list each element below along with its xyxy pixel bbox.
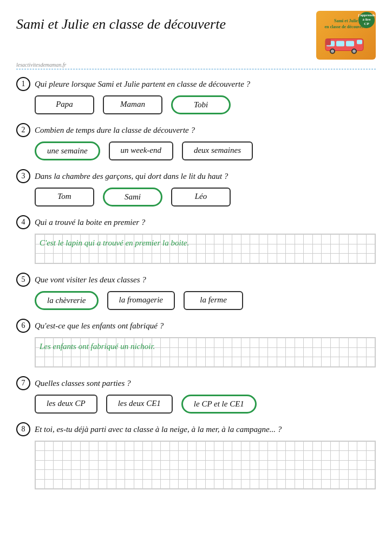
grid-cell [107,347,116,357]
option-la-chèvrerie[interactable]: la chèvrerie [35,291,99,310]
grid-cell [277,470,286,479]
grid-cell [44,235,54,244]
option-sami[interactable]: Sami [103,188,162,206]
options-row-5: la chèvreriela fromageriela ferme [35,291,376,310]
option-la-fromagerie[interactable]: la fromagerie [107,291,175,310]
grid-cell [80,470,89,479]
grid-cell [295,347,304,357]
grid-cell [179,244,188,254]
grid-cell [62,338,71,348]
grid-cell [277,235,286,244]
grid-cell [339,479,349,488]
grid-cell [134,460,143,469]
grid-cell [116,235,125,244]
option-la-ferme[interactable]: la ferme [184,291,243,310]
grid-cell [366,347,375,357]
grid-cell [250,347,259,357]
option-tom[interactable]: Tom [35,188,94,206]
grid-cell [161,254,170,263]
grid-cell [357,442,367,451]
grid-cell [161,470,170,479]
grid-cell [98,460,107,469]
grid-cell [80,479,89,488]
grid-cell [197,244,206,254]
grid-cell [169,357,179,367]
grid-cell [179,347,188,357]
option-les-deux-ce1[interactable]: les deux CE1 [106,395,173,414]
grid-cell [98,338,107,348]
grid-cell [80,244,89,254]
grid-cell [80,357,89,367]
option-le-cp-et-le-ce1[interactable]: le CP et le CE1 [181,395,257,414]
grid-cell [44,460,54,469]
grid-cell [187,347,197,357]
grid-cell [259,470,268,479]
grid-cell [134,479,143,488]
grid-cell [348,460,357,469]
grid-cell [348,357,357,367]
grid-cell [348,442,357,451]
grid-cell [71,470,81,479]
grid-cell [161,460,170,469]
question-number-2: 2 [16,123,30,137]
grid-cell [179,235,188,244]
question-block-3: 3Dans la chambre des garçons, qui dort d… [16,169,376,206]
grid-cell [250,357,259,367]
grid-cell [54,254,63,263]
grid-cell [71,460,81,469]
grid-cell [295,460,304,469]
grid-cell [304,460,313,469]
question-block-2: 2Combien de temps dure la classe de déco… [16,123,376,160]
grid-cell [330,479,339,488]
grid-cell [107,470,116,479]
grid-cell [107,235,116,244]
grid-cell [366,442,375,451]
grid-cell [161,244,170,254]
grid-cell [322,347,331,357]
grid-cell [259,235,268,244]
grid-cell [232,442,241,451]
grid-cell [223,470,232,479]
grid-cell [187,357,197,367]
grid-cell [161,442,170,451]
grid-cell [134,338,143,348]
grid-cell [268,357,277,367]
option-léo[interactable]: Léo [171,188,231,206]
grid-cell [125,460,134,469]
grid-cell [295,442,304,451]
grid-cell [116,451,125,460]
grid-cell [71,347,81,357]
grid-cell [241,470,250,479]
grid-cell [125,442,134,451]
grid-cell [304,254,313,263]
grid-cell [161,338,170,348]
svg-rect-8 [357,40,362,44]
grid-cell [241,338,250,348]
grid-cell [71,442,81,451]
option-deux-semaines[interactable]: deux semaines [182,141,253,160]
option-tobi[interactable]: Tobi [171,95,231,114]
option-maman[interactable]: Maman [103,95,162,114]
grid-cell [214,479,224,488]
grid-cell [44,244,54,254]
grid-cell [357,451,367,460]
grid-cell [62,442,71,451]
grid-cell [312,347,322,357]
grid-cell [187,244,197,254]
grid-cell [134,442,143,451]
grid-cell [312,479,322,488]
grid-cell [71,244,81,254]
grid-cell [286,470,295,479]
grid-cell [62,254,71,263]
grid-cell [339,254,349,263]
grid-cell [232,254,241,263]
grid-cell [161,479,170,488]
option-papa[interactable]: Papa [35,95,94,114]
option-les-deux-cp[interactable]: les deux CP [35,395,97,414]
option-une-semaine[interactable]: une semaine [35,141,100,160]
grid-cell [98,470,107,479]
grid-cell [161,347,170,357]
option-un-week-end[interactable]: un week-end [109,141,173,160]
grid-cell [169,460,179,469]
grid-cell [304,479,313,488]
